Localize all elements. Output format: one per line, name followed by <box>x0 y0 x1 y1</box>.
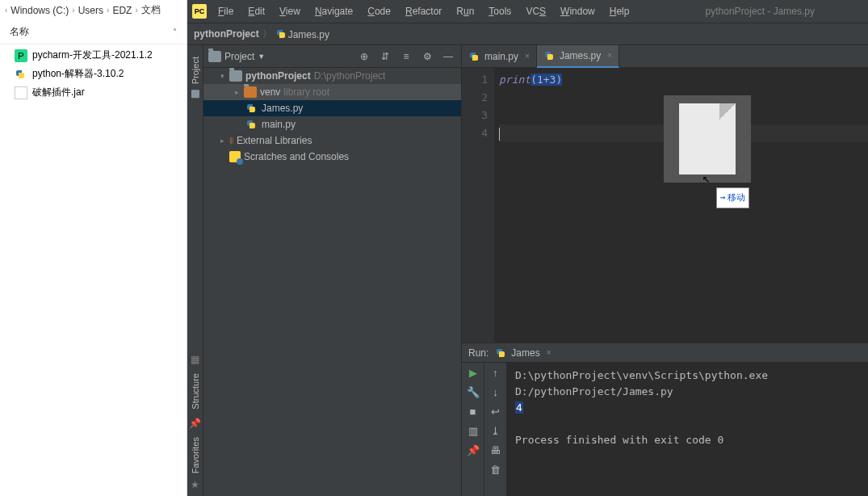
close-icon[interactable]: × <box>547 348 551 357</box>
locate-icon[interactable]: ⊕ <box>356 48 372 65</box>
chevron-left-icon[interactable]: ‹ <box>5 6 7 15</box>
tab-label: James.py <box>560 50 601 61</box>
up-icon[interactable]: ↑ <box>489 366 502 379</box>
python-icon <box>245 103 257 114</box>
editor-tabs: main.py × James.py × <box>462 45 868 68</box>
code-content[interactable]: print(1+3) ↖ → 移动 <box>494 68 868 343</box>
project-panel-header: Project ▼ ⊕ ⇵ ≡ ⚙ — <box>203 45 461 68</box>
menu-refactor[interactable]: Refactor <box>399 3 448 19</box>
python-icon <box>543 50 555 61</box>
python-icon <box>245 119 257 130</box>
stop-icon[interactable]: ■ <box>467 405 480 418</box>
file-icon <box>15 86 27 99</box>
expand-all-icon[interactable]: ⇵ <box>377 48 393 65</box>
menu-run[interactable]: Run <box>450 3 480 19</box>
chevron-down-icon: ▼ <box>258 53 265 61</box>
structure-tool-tab[interactable]: Structure <box>189 368 202 414</box>
nav-project[interactable]: pythonProject <box>194 28 259 40</box>
project-panel: Project ▼ ⊕ ⇵ ≡ ⚙ — ▾ pythonProject D:\p… <box>203 45 462 496</box>
navigation-bar: pythonProject 〉 James.py <box>187 23 868 45</box>
tab-label: main.py <box>484 51 518 62</box>
breadcrumb: ‹ Windows (C:) › Users › EDZ › 文档 <box>0 0 187 20</box>
code-editor[interactable]: 1234 print(1+3) ↖ → 移动 <box>462 68 868 343</box>
structure-icon[interactable]: ▦ <box>189 353 202 366</box>
project-tool-tab[interactable]: Project <box>189 52 202 103</box>
menu-file[interactable]: File <box>212 3 240 19</box>
library-icon: ⫴ <box>229 135 233 146</box>
chevron-right-icon: ▸ <box>233 88 241 96</box>
explorer-list: P pycharm-开发工具-2021.1.2 python-解释器-3.10.… <box>0 44 187 496</box>
menu-code[interactable]: Code <box>361 3 397 19</box>
breadcrumb-item[interactable]: Users <box>78 5 103 16</box>
tab-james-py[interactable]: James.py × <box>537 45 619 68</box>
project-panel-title[interactable]: Project ▼ <box>208 51 265 62</box>
tree-root[interactable]: ▾ pythonProject D:\pythonProject <box>203 68 461 84</box>
menu-window[interactable]: Window <box>554 3 602 19</box>
line-gutter: 1234 <box>462 68 494 343</box>
run-toolbar-right: ↑ ↓ ↩ ⤓ 🖶 🗑 <box>484 363 507 496</box>
tree-file-main[interactable]: main.py <box>203 116 461 132</box>
chevron-down-icon: ▾ <box>218 72 226 80</box>
run-toolbar-left: ▶ 🔧 ■ ▥ 📌 <box>462 363 484 496</box>
hide-icon[interactable]: — <box>440 48 456 65</box>
close-icon[interactable]: × <box>607 51 612 60</box>
trash-icon[interactable]: 🗑 <box>489 463 502 476</box>
folder-icon <box>244 86 257 98</box>
menu-vcs[interactable]: VCS <box>519 3 552 19</box>
editor-area: main.py × James.py × 1234 print(1+3) <box>462 45 868 343</box>
breadcrumb-item[interactable]: Windows (C:) <box>10 5 69 16</box>
tree-venv[interactable]: ▸ venv library root <box>203 84 461 100</box>
menu-edit[interactable]: Edit <box>241 3 271 19</box>
chevron-right-icon: › <box>107 6 109 15</box>
menu-bar: PC File Edit View Navigate Code Refactor… <box>187 0 868 23</box>
page-icon <box>679 103 736 174</box>
wrap-icon[interactable]: ↩ <box>489 405 502 418</box>
python-icon <box>275 28 287 40</box>
chevron-right-icon: › <box>72 6 74 15</box>
star-icon[interactable]: ★ <box>189 478 202 491</box>
file-name: pycharm-开发工具-2021.1.2 <box>32 48 153 62</box>
down-icon[interactable]: ↓ <box>489 385 502 398</box>
print-icon[interactable]: 🖶 <box>489 443 502 456</box>
run-config-tab[interactable]: James × <box>495 347 551 359</box>
bookmark-icon[interactable]: 📌 <box>189 417 202 430</box>
breadcrumb-item[interactable]: EDZ <box>112 5 132 16</box>
project-name: pythonProject <box>245 70 311 82</box>
close-icon[interactable]: × <box>525 52 530 61</box>
drag-tooltip: → 移动 <box>716 187 749 208</box>
menu-tools[interactable]: Tools <box>482 3 518 19</box>
breadcrumb-item[interactable]: 文档 <box>141 3 161 17</box>
menu-help[interactable]: Help <box>603 3 636 19</box>
console-result: 4 <box>515 401 523 414</box>
file-name: main.py <box>262 119 296 130</box>
scroll-icon[interactable]: ⤓ <box>489 424 502 437</box>
file-name: python-解释器-3.10.2 <box>32 67 124 81</box>
menu-view[interactable]: View <box>273 3 307 19</box>
tree-file-james[interactable]: James.py <box>203 100 461 116</box>
folder-icon <box>191 90 199 98</box>
collapse-all-icon[interactable]: ≡ <box>398 48 414 65</box>
list-item[interactable]: 破解插件.jar <box>0 83 187 102</box>
pycharm-icon: P <box>15 49 27 62</box>
gear-icon[interactable]: ⚙ <box>419 48 435 65</box>
nav-file[interactable]: James.py <box>275 28 329 40</box>
pin-icon[interactable]: 📌 <box>467 443 480 456</box>
layout-icon[interactable]: ▥ <box>467 424 480 437</box>
favorites-tool-tab[interactable]: Favorites <box>189 432 202 478</box>
folder-hint: library root <box>283 86 329 98</box>
tree-external-libs[interactable]: ▸ ⫴ External Libraries <box>203 132 461 149</box>
tree-scratches[interactable]: Scratches and Consoles <box>203 149 461 165</box>
play-icon[interactable]: ▶ <box>467 366 480 379</box>
list-item[interactable]: P pycharm-开发工具-2021.1.2 <box>0 46 187 65</box>
chevron-right-icon: 〉 <box>262 27 272 41</box>
wrench-icon[interactable]: 🔧 <box>467 385 480 398</box>
chevron-up-icon: ˄ <box>173 27 177 36</box>
run-label: Run: <box>468 347 489 359</box>
list-item[interactable]: python-解释器-3.10.2 <box>0 65 187 83</box>
menu-navigate[interactable]: Navigate <box>308 3 359 19</box>
arrow-right-icon: → <box>720 189 726 207</box>
explorer-column-header[interactable]: 名称 ˄ <box>0 20 187 44</box>
console-output[interactable]: D:\pythonProject\venv\Scripts\python.exe… <box>507 363 868 496</box>
left-tool-strip: Project ▦ Structure 📌 Favorites ★ <box>187 45 203 496</box>
tab-main-py[interactable]: main.py × <box>462 45 537 68</box>
